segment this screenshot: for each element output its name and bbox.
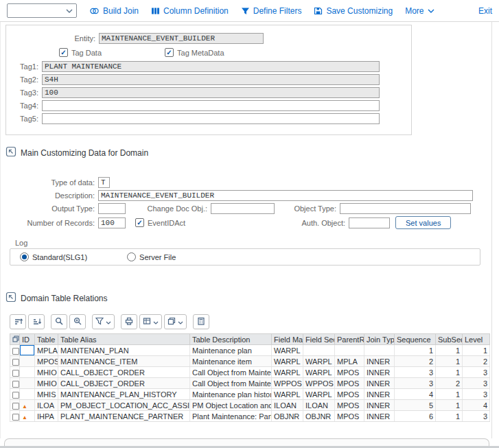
cell-field-sec[interactable]: ILOAN xyxy=(303,400,335,411)
table-row[interactable]: ▲ ILOA PM_OBJECT_LOCATION_ACC_ASSIGNM PM… xyxy=(10,400,490,411)
cell-field-sec[interactable]: WARPL xyxy=(303,389,335,400)
cell-sequence[interactable]: 1 xyxy=(395,345,436,356)
cell-join-type[interactable]: INNER xyxy=(364,378,395,389)
cell-subseq[interactable]: 1 xyxy=(436,367,463,378)
more-button[interactable]: More xyxy=(405,6,434,16)
row-id-cell[interactable]: ▲ xyxy=(20,400,35,411)
tag2-field[interactable]: S4H xyxy=(42,74,380,85)
cell-table-alias[interactable]: CALL_OBJECT_ORDER xyxy=(58,378,190,389)
cell-table-alias[interactable]: MAINTENANCE_ITEM xyxy=(58,356,190,367)
tag5-field[interactable] xyxy=(42,113,380,124)
cell-subseq[interactable]: 1 xyxy=(436,356,463,367)
row-select-cell[interactable] xyxy=(10,411,20,422)
cell-level[interactable]: 4 xyxy=(463,400,490,411)
cell-sequence[interactable]: 4 xyxy=(395,389,436,400)
cell-table-description[interactable]: Maintenance item xyxy=(190,356,272,367)
cell-field-main[interactable]: ILOAN xyxy=(272,400,303,411)
col-header-table-description[interactable]: Table Description xyxy=(190,334,272,345)
cell-level[interactable]: 3 xyxy=(463,389,490,400)
cell-field-main[interactable]: WARPL xyxy=(272,367,303,378)
cell-table-alias[interactable]: MAINTENANCE_PLAN_HISTORY xyxy=(58,389,190,400)
cell-sequence[interactable]: 5 xyxy=(395,400,436,411)
cell-parentrel[interactable]: MPOS xyxy=(335,367,364,378)
row-checkbox[interactable] xyxy=(12,381,19,388)
cell-table[interactable]: MPLA xyxy=(35,345,58,356)
exit-button[interactable]: Exit xyxy=(478,6,492,16)
cell-table-description[interactable]: PM Object Location and A... xyxy=(190,400,272,411)
cell-parentrel[interactable] xyxy=(335,345,364,356)
col-header-subseq[interactable]: SubSeq. xyxy=(436,334,463,345)
set-values-button[interactable]: Set values xyxy=(395,216,451,229)
cell-level[interactable]: 1 xyxy=(463,345,490,356)
row-checkbox[interactable] xyxy=(12,348,19,355)
cell-level[interactable]: 2 xyxy=(463,356,490,367)
row-select-cell[interactable] xyxy=(10,378,20,389)
cell-subseq[interactable]: 1 xyxy=(436,400,463,411)
table-row[interactable]: ▲ MHIO CALL_OBJECT_ORDER Call Object fro… xyxy=(10,378,490,389)
cell-table-alias[interactable]: PLANT_MAINTENANCE_PARTNER xyxy=(58,411,190,422)
cell-sequence[interactable]: 6 xyxy=(395,411,436,422)
select-all-header[interactable] xyxy=(10,334,20,345)
find-button[interactable] xyxy=(51,314,67,329)
cell-join-type[interactable]: INNER xyxy=(364,411,395,422)
col-header-table-alias[interactable]: Table Alias xyxy=(58,334,190,345)
cell-field-main[interactable]: WARPL xyxy=(272,345,303,356)
cell-table[interactable]: MHIO xyxy=(35,367,58,378)
export-menu-button[interactable] xyxy=(139,314,162,329)
row-checkbox[interactable] xyxy=(12,414,19,421)
cell-join-type[interactable]: INNER xyxy=(364,367,395,378)
row-checkbox[interactable] xyxy=(12,359,19,366)
cell-field-main[interactable]: OBJNR xyxy=(272,411,303,422)
row-select-cell[interactable] xyxy=(10,389,20,400)
description-field[interactable]: MAINTENANCE_EVENT_BUILDER xyxy=(98,190,473,201)
row-id-cell[interactable]: ▲ xyxy=(20,389,35,400)
change-doc-field[interactable] xyxy=(211,203,275,214)
number-of-records-field[interactable]: 100 xyxy=(98,217,126,228)
cell-table[interactable]: MHIO xyxy=(35,378,58,389)
tag-metadata-checkbox[interactable]: Tag MetaData xyxy=(165,48,224,57)
section-expand-icon[interactable] xyxy=(5,292,16,305)
cell-table[interactable]: MPOS xyxy=(35,356,58,367)
cell-table[interactable]: MHIS xyxy=(35,389,58,400)
output-type-field[interactable] xyxy=(98,203,126,214)
auth-object-field[interactable] xyxy=(349,217,390,228)
column-definition-button[interactable]: Column Definition xyxy=(151,6,229,16)
cell-table-alias[interactable]: CALL_OBJECT_ORDER xyxy=(58,367,190,378)
section-expand-icon[interactable] xyxy=(5,146,16,159)
type-of-data-field[interactable]: T xyxy=(98,177,110,188)
cell-table-alias[interactable]: PM_OBJECT_LOCATION_ACC_ASSIGNM xyxy=(58,400,190,411)
row-id-cell[interactable]: ▲ xyxy=(20,367,35,378)
table-row[interactable]: ▲ MPOS MAINTENANCE_ITEM Maintenance item… xyxy=(10,356,490,367)
cell-table[interactable]: ILOA xyxy=(35,400,58,411)
cell-join-type[interactable] xyxy=(364,345,395,356)
table-row[interactable]: ▲ MHIS MAINTENANCE_PLAN_HISTORY Maintena… xyxy=(10,389,490,400)
col-header-field-main[interactable]: Field Main xyxy=(272,334,303,345)
cell-subseq[interactable]: 1 xyxy=(436,411,463,422)
cell-parentrel[interactable]: MPOS xyxy=(335,411,364,422)
cell-table-alias[interactable]: MAINTENAN_PLAN xyxy=(58,345,190,356)
table-row[interactable]: ▲ MPLA MAINTENAN_PLAN Maintenance plan W… xyxy=(10,345,490,356)
filter-menu-button[interactable] xyxy=(92,314,115,329)
row-id-cell[interactable]: ▲ xyxy=(20,411,35,422)
row-checkbox[interactable] xyxy=(12,392,19,399)
cell-field-main[interactable]: WARPL xyxy=(272,356,303,367)
cell-table-description[interactable]: Maintenance plan xyxy=(190,345,272,356)
row-checkbox[interactable] xyxy=(12,370,19,377)
cell-level[interactable]: 3 xyxy=(463,367,490,378)
cell-table[interactable]: IHPA xyxy=(35,411,58,422)
tag3-field[interactable]: 100 xyxy=(42,87,380,98)
cell-table-description[interactable]: Plant Maintenance: Partners xyxy=(190,411,272,422)
standard-slg1-radio[interactable]: Standard(SLG1) xyxy=(20,252,87,261)
col-header-field-sec[interactable]: Field Sec. xyxy=(303,334,335,345)
build-join-button[interactable]: Build Join xyxy=(89,6,139,16)
cell-sequence[interactable]: 3 xyxy=(395,367,436,378)
entity-field[interactable]: MAINTENANCE_EVENT_BUILDER xyxy=(99,33,264,44)
cell-parentrel[interactable]: MPOS xyxy=(335,400,364,411)
row-checkbox[interactable] xyxy=(12,403,19,410)
command-field[interactable] xyxy=(7,3,77,18)
tag4-field[interactable] xyxy=(42,100,380,111)
row-select-cell[interactable] xyxy=(10,367,20,378)
cell-join-type[interactable]: INNER xyxy=(364,389,395,400)
cell-subseq[interactable]: 1 xyxy=(436,345,463,356)
cell-sequence[interactable]: 2 xyxy=(395,356,436,367)
